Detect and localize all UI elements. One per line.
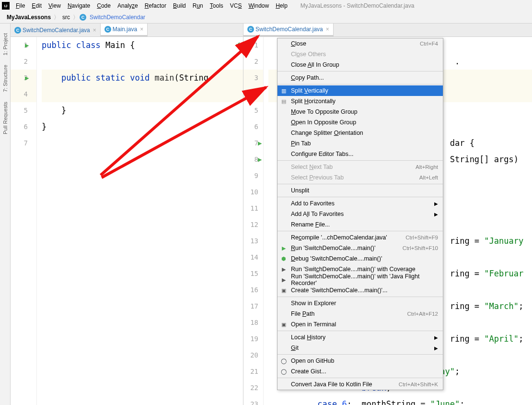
menu-item-create-gist[interactable]: ◯Create Gist... (278, 366, 443, 377)
menu-item-convert-java-file-to-kotlin-file[interactable]: Convert Java File to Kotlin FileCtrl+Alt… (278, 379, 443, 390)
run-coverage-icon: ▶ (280, 266, 287, 273)
menu-window[interactable]: Window (245, 1, 272, 11)
gutter-line: 23 (243, 396, 263, 405)
split-vertical-icon: ▥ (280, 87, 287, 94)
menu-shortcut: Ctrl+Shift+F10 (403, 245, 438, 251)
run-gutter-icon[interactable]: ▶ (258, 139, 262, 147)
menu-tools[interactable]: Tools (207, 1, 227, 11)
menu-item-open-on-github[interactable]: ◯Open on GitHub (278, 356, 443, 366)
menu-help[interactable]: Help (272, 1, 291, 11)
menu-run[interactable]: Run (189, 1, 207, 11)
menu-analyze[interactable]: Analyze (114, 1, 141, 11)
gutter-line: 6 (11, 119, 36, 135)
menu-item-label: Rename File... (291, 221, 330, 228)
bug-icon: ⬢ (280, 255, 287, 262)
gutter-line: 16 (243, 282, 263, 298)
tab-main[interactable]: C Main.java × (101, 24, 148, 36)
menu-code[interactable]: Code (93, 1, 114, 11)
tab-switchdemocalendar[interactable]: C SwitchDemoCalendar.java × (11, 24, 101, 36)
menu-item-copy-path[interactable]: Copy Path... (278, 72, 443, 83)
menu-item-recompile-chdemocalendar-java[interactable]: Recompile '...chDemoCalendar.java'Ctrl+S… (278, 232, 443, 243)
menu-item-add-all-to-favorites[interactable]: Add All To Favorites▶ (278, 209, 443, 219)
menu-shortcut: Alt+Right (416, 164, 438, 170)
tool-project[interactable]: 1: Project (2, 33, 8, 55)
menu-shortcut: Ctrl+Alt+Shift+K (399, 381, 438, 387)
tool-structure[interactable]: 7: Structure (2, 65, 8, 92)
menu-item-add-to-favorites[interactable]: Add to Favorites▶ (278, 198, 443, 209)
menu-item-git[interactable]: Git▶ (278, 343, 443, 353)
breadcrumb-src[interactable]: src (60, 13, 72, 22)
menu-item-label: Close (291, 40, 306, 47)
gutter-line: 4 (11, 86, 36, 102)
menu-refactor[interactable]: Refactor (141, 1, 170, 11)
menu-shortcut: Ctrl+F4 (420, 41, 438, 47)
menu-item-label: Run 'SwitchDemoCale....main()' with 'Jav… (291, 273, 438, 286)
gutter-line: 19 (243, 331, 263, 347)
menu-item-unsplit[interactable]: Unsplit (278, 185, 443, 196)
menu-item-open-in-opposite-group[interactable]: Open In Opposite Group (278, 117, 443, 128)
menu-file[interactable]: File (12, 1, 28, 11)
menu-item-local-history[interactable]: Local History▶ (278, 332, 443, 343)
close-icon[interactable]: × (140, 26, 143, 33)
code-line[interactable]: public static void main(String (42, 70, 243, 86)
menu-item-label: Unsplit (291, 187, 309, 194)
code-line[interactable]: public class Main { (42, 37, 243, 53)
java-class-icon: C (14, 27, 21, 34)
code-line[interactable]: case 6: monthString = "June"; (268, 396, 532, 405)
menu-item-create-switchdemocale-main[interactable]: ▣Create 'SwitchDemoCale....main()'... (278, 285, 443, 296)
menu-vcs[interactable]: VCS (227, 1, 245, 11)
menu-item-select-next-tab: Select Next TabAlt+Right (278, 162, 443, 172)
submenu-arrow-icon: ▶ (434, 345, 438, 351)
code-line[interactable]: } (42, 102, 243, 119)
gutter-line: 10 (243, 184, 263, 200)
breadcrumb-root[interactable]: MyJavaLessons (5, 13, 53, 22)
code-line[interactable] (42, 135, 243, 151)
gutter-line: 17 (243, 298, 263, 314)
run-gutter-icon[interactable]: ▶ (25, 41, 29, 49)
gutter-line: 7 (11, 135, 36, 151)
menu-item-split-horizontally[interactable]: ▤Split Horizontally (278, 96, 443, 107)
menu-item-split-vertically[interactable]: ▥Split Vertically (278, 85, 443, 96)
menu-item-debug-switchdemocale-main[interactable]: ⬢Debug 'SwitchDemoCale....main()' (278, 253, 443, 264)
menu-build[interactable]: Build (170, 1, 189, 11)
menu-item-close-all-in-group[interactable]: Close All In Group (278, 60, 443, 70)
tool-pull-requests[interactable]: Pull Requests (2, 102, 8, 134)
editor-left[interactable]: 1▶23▶4567 ✔ public class Main { public s… (11, 37, 243, 405)
github-icon: ◯ (280, 368, 287, 375)
menu-item-file-path[interactable]: File PathCtrl+Alt+F12 (278, 309, 443, 319)
menu-navigate[interactable]: Navigate (64, 1, 93, 11)
run-gutter-icon[interactable]: ▶ (25, 74, 29, 82)
close-icon[interactable]: × (93, 27, 96, 34)
menu-item-change-splitter-orientation[interactable]: Change Splitter Orientation (278, 128, 443, 138)
menu-item-configure-editor-tabs[interactable]: Configure Editor Tabs... (278, 149, 443, 159)
gutter-line: 11 (243, 200, 263, 216)
menu-item-label: Create Gist... (291, 368, 326, 375)
menu-item-close[interactable]: CloseCtrl+F4 (278, 38, 443, 49)
terminal-icon: ▣ (280, 287, 287, 294)
gutter-line: 1 (243, 37, 263, 53)
menu-item-run-switchdemocale-main[interactable]: ▶Run 'SwitchDemoCale....main()'Ctrl+Shif… (278, 243, 443, 253)
gutter-right: 1234567▶8▶91011121314151617181920212223 (243, 37, 264, 405)
menu-item-move-to-opposite-group[interactable]: Move To Opposite Group (278, 107, 443, 117)
code-line[interactable] (42, 53, 243, 70)
breadcrumb-leaf[interactable]: SwitchDemoCalendar (88, 13, 147, 22)
run-gutter-icon[interactable]: ▶ (258, 155, 262, 163)
menu-item-rename-file[interactable]: Rename File... (278, 219, 443, 230)
menu-item-run-switchdemocale-main-with-java-flight-recorder[interactable]: ▶Run 'SwitchDemoCale....main()' with 'Ja… (278, 274, 443, 285)
code-line[interactable]: } (42, 119, 243, 135)
menu-edit[interactable]: Edit (28, 1, 45, 11)
menu-view[interactable]: View (45, 1, 64, 11)
gutter-line: 13 (243, 233, 263, 249)
gutter-line: 12 (243, 216, 263, 233)
code-left[interactable]: ✔ public class Main { public static void… (37, 37, 243, 405)
menu-item-show-in-explorer[interactable]: Show in Explorer (278, 298, 443, 309)
close-icon[interactable]: × (326, 26, 329, 33)
tab-switchdemocalendar-right[interactable]: C SwitchDemoCalendar.java × (243, 24, 334, 36)
menu-item-pin-tab[interactable]: Pin Tab (278, 138, 443, 149)
class-icon: C (80, 14, 86, 21)
menu-item-open-in-terminal[interactable]: ▣Open in Terminal (278, 319, 443, 330)
run-coverage-icon: ▶ (280, 276, 287, 283)
submenu-arrow-icon: ▶ (434, 212, 438, 217)
code-line[interactable] (42, 86, 243, 102)
menu-shortcut: Ctrl+Alt+F12 (407, 311, 438, 317)
